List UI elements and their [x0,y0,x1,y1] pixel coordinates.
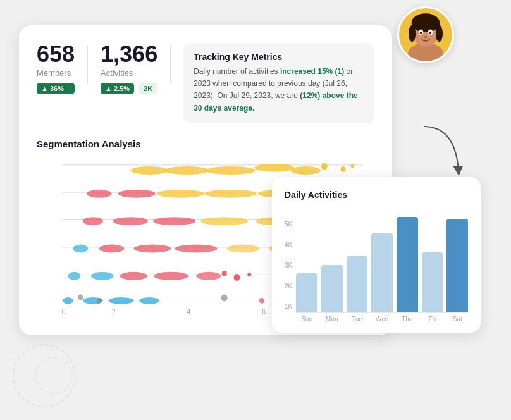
svg-point-62 [97,298,102,304]
x-label-thu: Thu [397,316,418,323]
svg-point-29 [87,190,112,198]
svg-point-57 [63,297,73,304]
svg-point-44 [133,244,171,252]
bar-thu [397,217,418,312]
y-label-1k: 1K [285,304,292,310]
tracking-box: Tracking Key Metrics Daily number of act… [183,43,374,123]
svg-text:4: 4 [187,307,190,316]
x-label-sat: Sat [446,316,468,323]
svg-point-56 [247,273,251,277]
svg-point-61 [78,294,83,300]
divider [87,46,88,83]
highlight-2: (12%) above the 30 days average. [194,91,357,112]
svg-point-52 [154,272,188,280]
activities-value: 1,366 [101,43,157,66]
svg-point-59 [109,297,134,304]
svg-point-31 [157,190,204,198]
y-label-4k: 4K [285,242,292,249]
svg-text:2: 2 [112,307,116,316]
svg-point-50 [91,272,114,280]
bar-col-wed [371,209,393,312]
svg-point-21 [130,166,168,175]
members-badge: ▲ 36% [37,83,75,94]
svg-point-22 [164,166,209,175]
svg-point-60 [139,297,159,304]
highlight-1: increased 15% (1) [280,67,344,76]
svg-point-49 [68,272,80,280]
tracking-title: Tracking Key Metrics [194,52,364,62]
bar-fri [422,252,443,312]
svg-point-43 [99,244,125,252]
svg-point-30 [118,190,156,198]
svg-point-7 [420,32,422,35]
bar-col-sun [296,209,317,312]
bar-chart: 1K 2K 3K 4K 5K [285,209,468,323]
svg-point-64 [259,298,264,304]
bar-col-sat [446,209,468,312]
svg-point-8 [429,32,432,35]
x-label-sun: Sun [296,316,317,323]
svg-text:0: 0 [62,307,66,316]
y-axis: 1K 2K 3K 4K 5K [285,221,292,323]
bar-col-mon [321,209,343,312]
tracking-text: Daily number of activities increased 15%… [194,66,364,114]
bar-wed [371,233,393,312]
daily-activities-title: Daily Activities [285,190,468,200]
svg-point-45 [175,244,218,252]
members-value: 658 [37,43,75,66]
svg-point-28 [350,163,354,168]
bars-area [296,209,468,313]
y-label-5k: 5K [285,221,292,228]
bar-sun [296,273,317,312]
svg-point-38 [153,217,195,225]
svg-point-37 [113,217,148,225]
svg-point-25 [290,166,320,175]
activities-label: Activities [101,68,157,78]
svg-point-2 [412,13,440,32]
svg-point-36 [83,217,103,225]
svg-point-4 [436,25,443,42]
divider2 [170,46,171,83]
x-label-wed: Wed [371,316,393,323]
y-label-3k: 3K [285,262,292,269]
svg-point-46 [227,244,259,252]
svg-point-32 [204,190,257,198]
bar-mon [321,265,343,312]
x-label-mon: Mon [321,316,343,323]
svg-point-27 [341,166,346,172]
svg-point-63 [221,294,228,301]
x-label-tue: Tue [347,316,368,323]
segmentation-title: Segmentation Analysis [37,139,374,149]
svg-point-3 [409,25,416,42]
bar-sat [446,219,468,312]
bar-col-tue [347,209,368,312]
activities-badge: ▲ 2.5% [101,83,134,94]
avatar [397,6,454,63]
svg-point-53 [196,272,221,280]
activities-badge2: 2K [139,83,157,94]
members-metric: 658 Members ▲ 36% [37,43,75,94]
daily-activities-card: Daily Activities 1K 2K 3K 4K 5K [272,177,481,333]
bar-col-thu [397,209,418,312]
svg-point-39 [200,217,248,225]
svg-point-23 [206,166,256,175]
arrow-decoration [417,120,468,186]
svg-point-9 [424,36,428,39]
svg-point-42 [73,244,88,252]
svg-text:6: 6 [262,307,266,316]
y-label-2k: 2K [285,283,292,290]
x-axis-labels: Sun Mon Tue Wed Thu Fri Sat [296,313,468,323]
members-label: Members [37,68,75,78]
bar-tue [347,256,368,312]
svg-point-26 [321,163,328,170]
activities-metric: 1,366 Activities ▲ 2.5% 2K [101,43,157,94]
svg-point-51 [120,272,148,280]
svg-point-54 [222,270,227,276]
svg-point-55 [234,274,240,281]
bar-col-fri [422,209,443,312]
x-label-fri: Fri [422,316,443,323]
svg-point-24 [254,163,294,171]
